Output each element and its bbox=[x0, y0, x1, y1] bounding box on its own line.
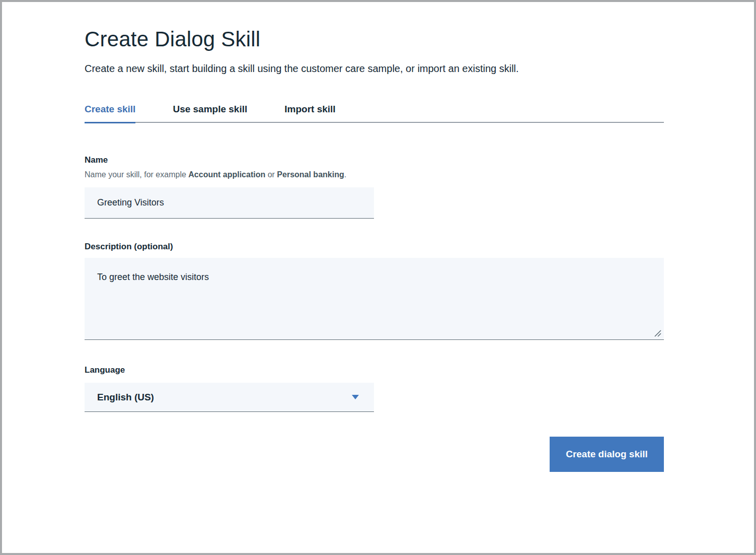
tab-create-skill[interactable]: Create skill bbox=[85, 104, 135, 123]
skill-name-input[interactable] bbox=[85, 187, 374, 219]
page-title: Create Dialog Skill bbox=[85, 26, 664, 53]
chevron-down-icon bbox=[352, 395, 359, 399]
create-dialog-skill-button[interactable]: Create dialog skill bbox=[550, 437, 664, 472]
tab-import-skill-label: Import skill bbox=[284, 104, 335, 114]
page-content: Create Dialog Skill Create a new skill, … bbox=[85, 26, 664, 472]
language-selected-value: English (US) bbox=[97, 392, 154, 403]
tab-import-skill[interactable]: Import skill bbox=[284, 104, 335, 122]
resize-handle-icon[interactable] bbox=[654, 330, 662, 337]
name-helper-middle: or bbox=[265, 170, 277, 179]
name-helper-example-1: Account application bbox=[188, 170, 265, 179]
skill-description-textarea[interactable]: To greet the website visitors bbox=[85, 258, 664, 340]
create-dialog-skill-page: Create Dialog Skill Create a new skill, … bbox=[0, 0, 756, 555]
name-helper-prefix: Name your skill, for example bbox=[85, 170, 188, 179]
language-select[interactable]: English (US) bbox=[85, 383, 374, 412]
name-helper-text: Name your skill, for example Account app… bbox=[85, 170, 664, 179]
language-label: Language bbox=[85, 365, 664, 375]
tab-create-skill-label: Create skill bbox=[85, 104, 135, 114]
name-helper-suffix: . bbox=[344, 170, 346, 179]
tab-use-sample-skill-label: Use sample skill bbox=[173, 104, 247, 114]
tab-bar: Create skill Use sample skill Import ski… bbox=[85, 104, 664, 123]
action-row: Create dialog skill bbox=[85, 437, 664, 472]
tab-use-sample-skill[interactable]: Use sample skill bbox=[173, 104, 247, 122]
description-field-wrap: To greet the website visitors bbox=[85, 258, 664, 340]
name-helper-example-2: Personal banking bbox=[277, 170, 344, 179]
page-subtitle: Create a new skill, start building a ski… bbox=[85, 63, 664, 75]
description-label: Description (optional) bbox=[85, 242, 664, 252]
name-label: Name bbox=[85, 155, 664, 165]
